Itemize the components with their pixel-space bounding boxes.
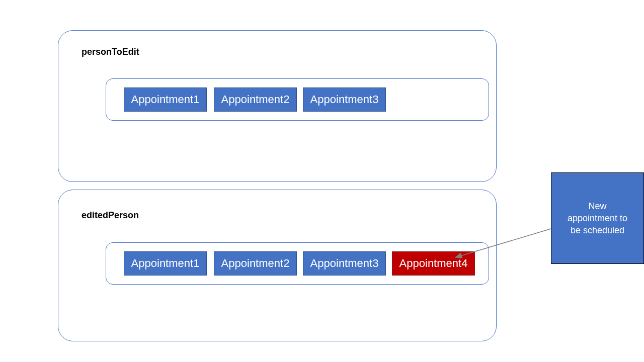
new-appointment-callout: New appointment to be scheduled <box>551 172 644 264</box>
appointment-box: Appointment1 <box>124 87 207 112</box>
callout-line: New <box>588 201 606 211</box>
callout-line: appointment to <box>568 213 627 223</box>
appointment-box: Appointment2 <box>214 87 297 112</box>
edited-person-label: editedPerson <box>82 210 139 221</box>
appointment-box: Appointment3 <box>303 251 386 276</box>
appointment-box-new: Appointment4 <box>392 251 475 276</box>
callout-line: be scheduled <box>571 225 624 235</box>
appointment-box: Appointment2 <box>214 251 297 276</box>
appointment-box: Appointment1 <box>124 251 207 276</box>
person-to-edit-label: personToEdit <box>82 47 139 57</box>
appointment-box: Appointment3 <box>303 87 386 112</box>
